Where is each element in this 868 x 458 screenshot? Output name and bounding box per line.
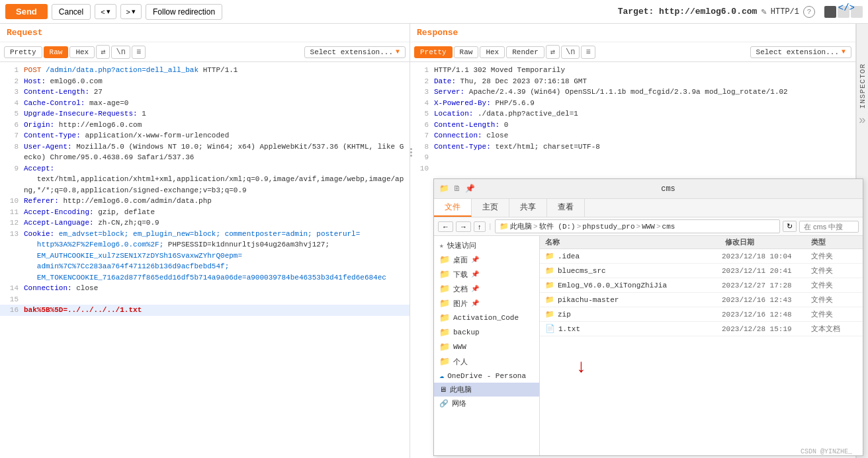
fe-nav-forward[interactable]: → <box>456 221 471 232</box>
sidebar-www-label: WWW <box>453 343 466 351</box>
file-row-idea[interactable]: 📁 .idea 2023/12/18 10:04 文件夹 <box>540 249 863 264</box>
menu-icon-response[interactable]: ≡ <box>581 46 595 59</box>
fe-nav-up[interactable]: ↑ <box>474 221 486 232</box>
red-arrow-indicator: ↓ <box>576 357 587 377</box>
breadcrumb-2: 软件 (D:) <box>539 221 576 231</box>
file-row-txt[interactable]: 📄 1.txt 2023/12/28 15:19 文本文档 <box>540 322 863 336</box>
file-row-emlog[interactable]: 📁 Emlog_V6.0.0_XiTongZhiJia 2023/12/27 1… <box>540 278 863 293</box>
fe-tab-share[interactable]: 共享 <box>509 199 547 217</box>
code-line-16: 16 bak%5B%5D=../../../../1.txt <box>0 305 410 316</box>
fe-header-row: 名称 修改日期 类型 <box>540 236 863 249</box>
code-icon[interactable]: </> <box>838 3 855 13</box>
code-line-9: 9 Accept: text/html,application/xhtml+xm… <box>0 163 410 196</box>
watermark: CSDN @YINZHE_ <box>801 448 852 455</box>
nav-right-button[interactable]: > ▾ <box>120 4 142 19</box>
tab-pretty-request[interactable]: Pretty <box>4 46 42 58</box>
sidebar-network[interactable]: 🔗 网络 <box>434 397 539 410</box>
file-date-emlog: 2023/12/27 17:28 <box>722 282 808 289</box>
menu-icon-request[interactable]: ≡ <box>132 46 146 59</box>
send-button[interactable]: Send <box>5 4 48 19</box>
fe-nav-refresh[interactable]: ↻ <box>783 221 797 232</box>
file-name-idea: .idea <box>558 252 718 260</box>
file-row-pikachu[interactable]: 📁 pikachu-master 2023/12/16 12:43 文件夹 <box>540 293 863 307</box>
nav-left-button[interactable]: < ▾ <box>95 4 116 19</box>
resp-line-8: 8 Content-Type: text/html; charset=UTF-8 <box>410 141 855 153</box>
folder-icon-activation: 📁 <box>439 313 450 323</box>
fe-nav-separator: | <box>488 223 493 231</box>
breadcrumb-path[interactable]: 📁 此电脑 > 软件 (D:) > phpstudy_pro > WWW > c… <box>495 219 780 233</box>
breadcrumb-3: phpstudy_pro <box>582 223 634 231</box>
ext-select-request[interactable]: Select extension... ▼ <box>304 46 406 58</box>
code-line-4: 4 Cache-Control: max-age=0 <box>0 98 410 109</box>
network-icon: 🔗 <box>439 399 449 408</box>
newline-icon-response[interactable]: \n <box>561 46 580 59</box>
tab-hex-response[interactable]: Hex <box>480 46 505 58</box>
sidebar-activation[interactable]: 📁 Activation_Code <box>434 311 539 325</box>
response-tabs-bar: Pretty Raw Hex Render ⇄ \n ≡ Select exte… <box>410 42 855 62</box>
col-header-type: 类型 <box>811 237 857 247</box>
tab-render-response[interactable]: Render <box>506 46 544 58</box>
sidebar-onedrive[interactable]: ☁ OneDrive - Persona <box>434 369 539 383</box>
code-line-6: 6 Origin: http://emlog6.0.com <box>0 120 410 131</box>
col-header-name: 名称 <box>545 237 725 247</box>
fe-tab-home[interactable]: 主页 <box>472 199 509 217</box>
request-title: Request <box>0 24 410 42</box>
request-panel: Request Pretty Raw Hex ⇄ \n ≡ Select ext… <box>0 24 410 458</box>
wrap-icon-response[interactable]: ⇄ <box>546 45 560 59</box>
edit-icon[interactable]: ✎ <box>761 6 766 17</box>
breadcrumb-4: WWW <box>642 223 655 231</box>
sidebar-personal-label: 个人 <box>453 357 468 367</box>
pin-icon-desktop: 📌 <box>471 256 479 264</box>
newline-icon-request[interactable]: \n <box>111 46 130 59</box>
file-explorer: 📁 🗎 📌 cms 文件 主页 共享 查看 ← → ↑ | 📁 此电脑 > 软件… <box>433 178 863 456</box>
fe-tab-view[interactable]: 查看 <box>547 199 585 217</box>
fe-tab-file[interactable]: 文件 <box>434 199 472 217</box>
file-type-pikachu: 文件夹 <box>811 295 857 305</box>
wrap-icon-request[interactable]: ⇄ <box>96 45 110 59</box>
sidebar-docs[interactable]: 📁 文档 📌 <box>434 282 539 296</box>
code-line-7: 7 Content-Type: application/x-www-form-u… <box>0 130 410 141</box>
breadcrumb-sep-1: > <box>533 223 538 231</box>
tab-raw-request[interactable]: Raw <box>44 46 69 58</box>
inspector-btn-1[interactable] <box>824 6 836 18</box>
ext-select-response[interactable]: Select extension... ▼ <box>750 46 851 58</box>
sidebar-activation-label: Activation_Code <box>453 314 519 322</box>
tab-raw-response[interactable]: Raw <box>454 46 479 58</box>
sidebar-backup[interactable]: 📁 backup <box>434 325 539 340</box>
sidebar-quick-access: ★ 快速访问 <box>434 239 539 252</box>
sidebar-personal[interactable]: 📁 个人 <box>434 354 539 369</box>
sidebar-pics[interactable]: 📁 图片 📌 <box>434 296 539 311</box>
sidebar-this-pc[interactable]: 🖥 此电脑 <box>434 383 539 397</box>
tab-pretty-response[interactable]: Pretty <box>414 46 453 58</box>
http-version-label: HTTP/1 <box>771 7 799 17</box>
help-icon[interactable]: ? <box>803 6 815 18</box>
fe-search-input[interactable] <box>799 221 859 233</box>
file-row-bluecms[interactable]: 📁 bluecms_src 2023/12/11 20:41 文件夹 <box>540 264 863 278</box>
folder-icon-backup: 📁 <box>439 327 450 338</box>
chevron-left-icon: < <box>101 8 105 16</box>
file-date-zip: 2023/12/16 12:48 <box>722 311 808 319</box>
tab-hex-request[interactable]: Hex <box>69 46 95 58</box>
follow-redirection-button[interactable]: Follow redirection <box>146 4 222 20</box>
request-code-area[interactable]: 1 POST /admin/data.php?action=dell_all_b… <box>0 62 410 458</box>
sidebar-download[interactable]: 📁 下载 📌 <box>434 267 539 282</box>
folder-icon-pikachu: 📁 <box>545 295 554 304</box>
sidebar-onedrive-label: OneDrive - Persona <box>447 372 526 380</box>
folder-icon-pics: 📁 <box>439 298 450 309</box>
resp-line-10: 10 <box>410 163 855 174</box>
resp-line-7: 7 Connection: close <box>410 130 855 141</box>
file-name-pikachu: pikachu-master <box>558 296 718 304</box>
panel-resize-handle[interactable] <box>409 132 413 172</box>
file-row-zip[interactable]: 📁 zip 2023/12/16 12:48 文件夹 <box>540 307 863 322</box>
fe-body: ★ 快速访问 📁 桌面 📌 📁 下载 📌 📁 文档 📌 <box>434 236 863 455</box>
fe-title: cms <box>479 184 857 194</box>
fe-nav-back[interactable]: ← <box>438 221 453 232</box>
fe-tabs: 文件 主页 共享 查看 <box>434 199 863 217</box>
resp-line-1: 1 HTTP/1.1 302 Moved Temporarily <box>410 65 855 76</box>
sidebar-desktop[interactable]: 📁 桌面 📌 <box>434 252 539 267</box>
resp-line-3: 3 Server: Apache/2.4.39 (Win64) OpenSSL/… <box>410 87 855 98</box>
file-type-bluecms: 文件夹 <box>811 266 857 276</box>
sidebar-www[interactable]: 📁 WWW <box>434 340 539 354</box>
response-title: Response <box>410 24 855 42</box>
cancel-button[interactable]: Cancel <box>52 4 91 20</box>
